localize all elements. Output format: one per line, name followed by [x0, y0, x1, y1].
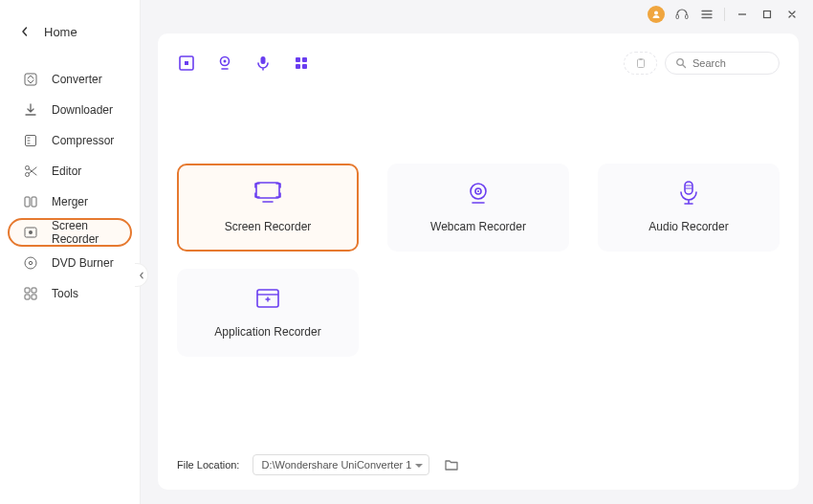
svg-rect-25 [296, 64, 300, 69]
svg-point-8 [25, 257, 36, 269]
open-folder-button[interactable] [443, 457, 460, 472]
sidebar-item-label: DVD Burner [52, 256, 114, 270]
svg-rect-28 [639, 58, 642, 60]
close-button[interactable] [784, 7, 800, 22]
back-button[interactable] [19, 26, 31, 37]
svg-point-14 [654, 11, 658, 15]
card-application-recorder[interactable]: Application Recorder [177, 269, 359, 357]
maximize-button[interactable] [759, 7, 775, 22]
sidebar-item-compressor[interactable]: Compressor [8, 126, 132, 155]
user-avatar[interactable] [648, 6, 665, 23]
svg-point-29 [677, 59, 684, 66]
svg-rect-13 [32, 295, 36, 299]
sidebar-items: Converter Downloader Compressor Editor M… [0, 55, 140, 318]
mode-webcam-button[interactable] [215, 54, 234, 73]
close-icon [786, 9, 798, 20]
search-icon [675, 57, 687, 69]
svg-rect-24 [302, 57, 307, 62]
svg-rect-10 [25, 288, 30, 293]
sidebar-item-label: Converter [52, 73, 102, 86]
headset-icon [674, 7, 690, 22]
support-button[interactable] [674, 7, 690, 22]
toolbar [177, 49, 780, 77]
clipboard-icon [635, 57, 647, 69]
svg-rect-16 [686, 15, 689, 19]
folder-icon [444, 458, 459, 471]
svg-rect-15 [676, 15, 679, 19]
card-audio-recorder[interactable]: Audio Recorder [598, 164, 780, 252]
chevron-left-icon [20, 27, 30, 36]
mode-icons [177, 54, 311, 73]
card-label: Webcam Recorder [430, 220, 526, 233]
card-label: Audio Recorder [648, 220, 728, 233]
card-grid: Screen Recorder Webcam Recorder Audio Re… [177, 164, 780, 357]
screen-recorder-icon [253, 182, 283, 205]
disc-icon [23, 255, 38, 271]
sidebar-item-editor[interactable]: Editor [8, 157, 132, 186]
card-webcam-recorder[interactable]: Webcam Recorder [387, 164, 569, 252]
main: Screen Recorder Webcam Recorder Audio Re… [141, 0, 813, 504]
file-location-label: File Location: [177, 459, 239, 471]
file-location-select[interactable]: D:\Wondershare UniConverter 1 [253, 454, 429, 475]
sidebar-item-label: Editor [52, 164, 81, 178]
minimize-button[interactable] [735, 7, 750, 22]
apps-mode-icon [293, 55, 310, 72]
svg-rect-19 [185, 61, 188, 65]
sidebar-header: Home [0, 8, 140, 55]
svg-rect-17 [764, 11, 771, 18]
svg-point-9 [29, 261, 32, 264]
paste-button[interactable] [624, 52, 657, 75]
bottom-row: File Location: D:\Wondershare UniConvert… [177, 451, 780, 478]
menu-button[interactable] [699, 7, 714, 22]
file-location-value: D:\Wondershare UniConverter 1 [261, 459, 411, 471]
sidebar-item-converter[interactable]: Converter [8, 65, 132, 94]
sidebar-item-label: Merger [52, 195, 88, 208]
minimize-icon [736, 9, 748, 20]
sidebar-item-label: Screen Recorder [52, 219, 117, 246]
sidebar-item-label: Tools [52, 287, 78, 300]
home-label: Home [44, 25, 77, 39]
card-screen-recorder[interactable]: Screen Recorder [177, 164, 359, 252]
svg-point-21 [224, 60, 227, 63]
sidebar: Home Converter Downloader Compressor Edi… [0, 0, 141, 504]
mode-screen-button[interactable] [177, 54, 196, 73]
svg-rect-23 [296, 57, 300, 62]
webcam-mode-icon [216, 55, 233, 72]
svg-rect-27 [637, 59, 644, 68]
svg-point-33 [477, 190, 479, 192]
hamburger-icon [700, 8, 714, 21]
audio-recorder-icon [673, 182, 704, 205]
svg-rect-22 [261, 56, 266, 64]
screen-mode-icon [178, 55, 195, 72]
svg-rect-5 [32, 197, 36, 207]
card-label: Screen Recorder [225, 220, 312, 233]
svg-rect-30 [256, 183, 279, 198]
sidebar-item-label: Downloader [52, 103, 113, 117]
svg-rect-26 [302, 64, 307, 69]
record-icon [23, 225, 38, 240]
chevron-left-icon [138, 271, 145, 280]
mode-audio-button[interactable] [253, 54, 273, 73]
compress-icon [23, 133, 38, 148]
sidebar-item-downloader[interactable]: Downloader [8, 96, 132, 124]
mode-apps-button[interactable] [292, 54, 311, 73]
svg-rect-1 [26, 136, 36, 146]
webcam-recorder-icon [463, 182, 494, 205]
sidebar-item-screen-recorder[interactable]: Screen Recorder [8, 218, 132, 247]
sidebar-item-tools[interactable]: Tools [8, 279, 132, 308]
scissors-icon [23, 164, 38, 179]
panel: Screen Recorder Webcam Recorder Audio Re… [158, 33, 799, 490]
mic-mode-icon [254, 55, 272, 72]
sidebar-item-merger[interactable]: Merger [8, 187, 132, 216]
svg-rect-4 [25, 197, 30, 207]
svg-rect-11 [32, 288, 36, 293]
search-box[interactable] [665, 52, 780, 75]
application-recorder-icon [253, 287, 283, 310]
search-input[interactable] [692, 57, 769, 69]
sidebar-item-dvd-burner[interactable]: DVD Burner [8, 249, 132, 277]
download-icon [23, 102, 38, 118]
divider [724, 8, 725, 21]
svg-rect-12 [25, 295, 30, 299]
svg-point-7 [29, 230, 33, 234]
grid-icon [23, 286, 38, 301]
